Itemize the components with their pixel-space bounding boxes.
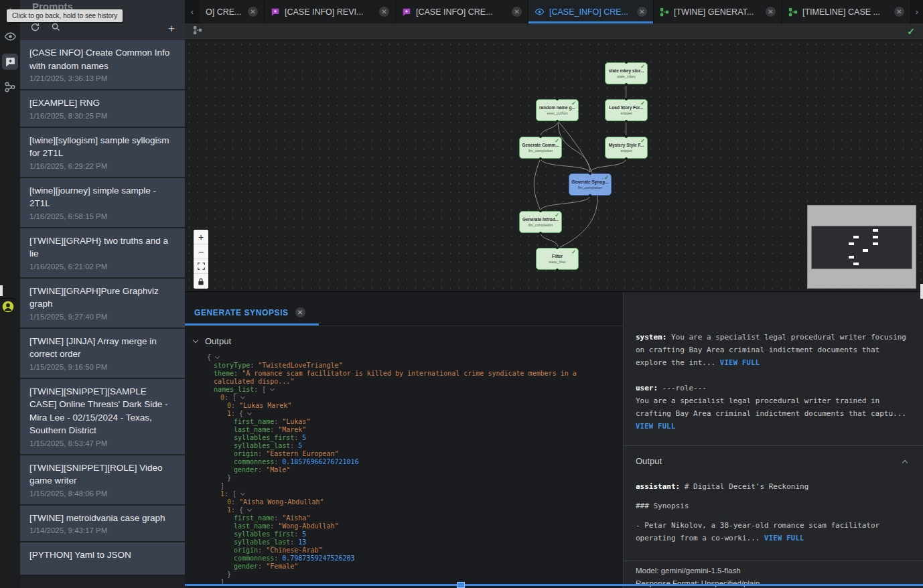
lock-button[interactable]: [194, 274, 208, 289]
chevron-up-icon: [902, 459, 908, 465]
add-icon[interactable]: +: [168, 23, 175, 34]
tab-case-info-cre[interactable]: [CASE_INFO] CRE...✕: [528, 0, 654, 23]
prompt-title: [EXAMPLE] RNG: [29, 96, 175, 110]
view-full-link[interactable]: VIEW FULL: [764, 534, 804, 542]
minimap-node: [849, 256, 854, 259]
json-token: 5: [302, 434, 306, 441]
splitter-handle[interactable]: [457, 582, 465, 588]
collapse-chevron-icon[interactable]: [247, 507, 252, 512]
prompt-list-item[interactable]: [TWINE][SNIPPET][ROLE] Video game writer…: [20, 455, 185, 504]
tab-generate-synopsis[interactable]: GENERATE SYNOPSIS ✕: [185, 292, 319, 325]
prompt-list-item[interactable]: [EXAMPLE] RNG1/16/2025, 8:30:25 PM: [20, 90, 185, 127]
prompt-list-item[interactable]: [TWINE] metroidvania case graph1/14/2025…: [20, 506, 185, 542]
prompt-list-item[interactable]: [twine][syllogism] sample syllogism for …: [20, 128, 185, 177]
json-token: :: [224, 490, 232, 498]
json-line: theme: "A romance scam facilitator is ki…: [207, 370, 623, 378]
json-token: theme: [214, 370, 234, 377]
zoom-out-button[interactable]: −: [194, 244, 208, 259]
prompt-list-item[interactable]: [TWINE][GRAPH} two truths and a lie1/16/…: [20, 228, 185, 277]
view-full-link[interactable]: VIEW FULL: [720, 358, 760, 366]
json-line: 0: "Lukas Marek": [207, 402, 623, 410]
prompt-timestamp: 1/16/2025, 8:30:25 PM: [29, 112, 175, 120]
chevron-down-icon: [193, 338, 198, 343]
prompt-list-item[interactable]: [TWINE][GRAPH]Pure Graphviz graph1/15/20…: [20, 279, 185, 327]
horizontal-splitter[interactable]: [185, 584, 923, 586]
eye-icon[interactable]: [2, 28, 18, 44]
tab-twine-generat[interactable]: [TWINE] GENERAT...✕: [654, 0, 782, 23]
collapse-chevron-icon[interactable]: [247, 411, 252, 415]
json-token: syllables_first: [234, 434, 294, 441]
user-avatar-icon[interactable]: [0, 298, 16, 314]
collapse-chevron-icon[interactable]: [270, 386, 275, 391]
status-check-icon: ✓: [907, 26, 915, 37]
json-token: commonness: [234, 555, 274, 562]
prompt-timestamp: 1/16/2025, 6:58:15 PM: [29, 212, 175, 220]
refresh-icon[interactable]: [30, 22, 40, 35]
tab-label: [TIMELINE] CASE ...: [802, 7, 880, 17]
prompt-title: [TWINE][GRAPH]Pure Graphviz graph: [29, 285, 175, 311]
collapse-chevron-icon[interactable]: [240, 394, 245, 399]
graph-node-snippet[interactable]: Load Story For...snippet✓: [605, 99, 648, 121]
output-collapse-row[interactable]: Output: [185, 326, 623, 346]
prompt-list-item[interactable]: [twine][journey] simple sample - 2T1L1/1…: [20, 178, 185, 227]
prompt-list-item[interactable]: [TWINE][SNIPPET][SAMPLE CASE] Online Thr…: [20, 379, 185, 454]
graph-node-llm_completion[interactable]: Generate Comm...llm_completion✓: [519, 137, 562, 159]
left-splitter-handle[interactable]: [0, 285, 3, 296]
prompt-list-item[interactable]: [CASE INFO] Create Common Info with rand…: [20, 40, 185, 89]
json-token: gender: [234, 466, 258, 473]
workflow-hook-icon[interactable]: [2, 79, 18, 95]
node-subtitle: snippet: [620, 111, 632, 115]
collapse-chevron-icon[interactable]: [240, 491, 245, 496]
graph-canvas[interactable]: state mkey stor...state_mkey✓random name…: [185, 40, 923, 291]
graph-node-state_filter[interactable]: Filterstate_filter✓: [536, 248, 579, 270]
close-icon[interactable]: ✕: [894, 7, 904, 17]
close-icon[interactable]: ✕: [248, 7, 258, 17]
minimap[interactable]: [807, 205, 916, 289]
right-splitter-handle[interactable]: [920, 284, 923, 299]
prompts-chat-icon[interactable]: [2, 54, 18, 70]
assistant-subheading: ### Synopsis: [636, 502, 689, 510]
tab-o-cre[interactable]: O] CRE...✕: [200, 0, 265, 23]
close-icon[interactable]: ✕: [295, 307, 305, 317]
json-line: 0: [: [207, 394, 623, 402]
close-icon[interactable]: ✕: [637, 7, 647, 17]
prompt-list-item[interactable]: [TWINE] [JINJA] Array merge in correct o…: [20, 329, 185, 378]
search-icon[interactable]: [51, 22, 61, 35]
tab-case-info-revi[interactable]: [CASE INFO] REVI...✕: [265, 0, 396, 23]
fit-view-button[interactable]: [194, 259, 208, 274]
check-icon: ✓: [555, 212, 559, 218]
json-token: }: [227, 571, 231, 578]
collapse-chevron-icon[interactable]: [215, 354, 220, 359]
run-output-panel: GENERATE SYNOPSIS ✕ Output {storyType: "…: [185, 292, 623, 588]
json-line: calculated dispo...": [207, 378, 623, 386]
close-icon[interactable]: ✕: [766, 7, 776, 17]
graph-node-snippet[interactable]: Mystery Style F...snippet✓: [605, 137, 648, 159]
node-subtitle: state_filter: [549, 260, 565, 264]
view-full-link[interactable]: VIEW FULL: [636, 422, 676, 430]
close-icon[interactable]: ✕: [379, 7, 389, 17]
graph-node-llm_completion[interactable]: Generate Synop...llm_completion✓: [569, 173, 612, 196]
json-token: syllables_last: [234, 442, 290, 449]
tabs-scroll-left-icon[interactable]: ‹: [185, 0, 200, 23]
node-title: Generate Introd...: [522, 217, 559, 222]
graph-node-llm_completion[interactable]: Generate Introd...llm_completion✓: [519, 211, 562, 233]
json-line: gender: "Female": [207, 563, 623, 571]
tab-timeline-case[interactable]: [TIMELINE] CASE ...✕: [782, 0, 911, 23]
graph-node-exec_python[interactable]: random name g...exec_python✓: [536, 99, 579, 121]
prompt-timestamp: 1/14/2025, 9:43:17 PM: [29, 526, 175, 534]
tabs-scroll-right-icon[interactable]: ›: [911, 0, 923, 23]
prompt-list-item[interactable]: [PYTHON] Yaml to JSON: [20, 542, 185, 575]
prompt-title: [TWINE][SNIPPET][ROLE] Video game writer: [29, 461, 175, 488]
json-line: first_name: "Aisha": [207, 514, 623, 522]
prompt-title: [TWINE][GRAPH} two truths and a lie: [29, 234, 175, 261]
output-label: Output: [205, 336, 231, 346]
user-message: user: ---role--- You are a specialist le…: [636, 382, 911, 433]
json-token: :: [250, 362, 258, 369]
close-icon[interactable]: ✕: [512, 7, 522, 17]
prompt-title: [twine][journey] simple sample - 2T1L: [29, 184, 175, 210]
zoom-in-button[interactable]: +: [194, 230, 208, 244]
output-collapse-header[interactable]: Output: [636, 446, 911, 476]
tab-case-info-cre[interactable]: [CASE INFO] CRE...✕: [396, 0, 528, 23]
graph-node-state_mkey[interactable]: state mkey stor...state_mkey✓: [605, 62, 648, 84]
json-token: ]: [220, 482, 224, 490]
